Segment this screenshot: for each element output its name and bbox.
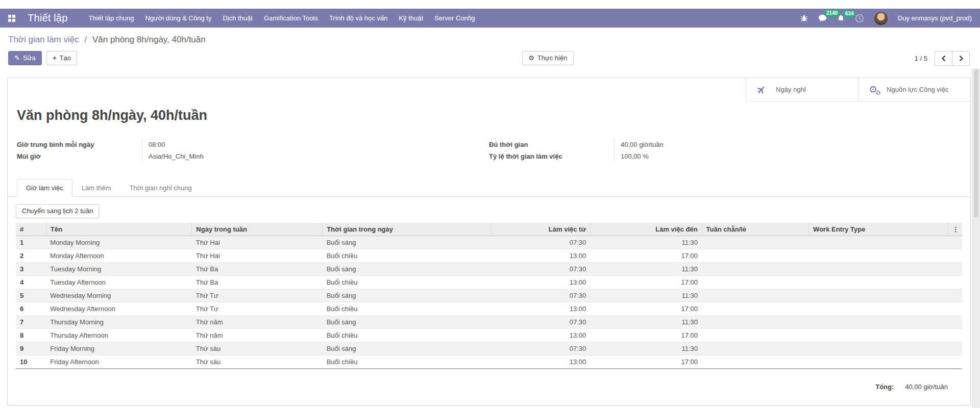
header-even-odd-week[interactable]: Tuần chẵn/lẻ	[702, 223, 809, 236]
create-button[interactable]: + Tạo	[46, 51, 77, 65]
leaves-stat-label: Ngày nghỉ	[776, 86, 806, 93]
table-row[interactable]: 7 Thursday Morning Thứ năm Buổi sáng 07:…	[16, 315, 962, 328]
breadcrumb-current: Văn phòng 8h/ngày, 40h/tuần	[92, 35, 206, 44]
field-groups: Giờ trung bình mỗi ngày 08:00 Múi giờ As…	[17, 139, 961, 162]
app-title[interactable]: Thiết lập	[28, 12, 68, 24]
user-menu[interactable]: Duy enmasys (pvd_prod)	[898, 14, 972, 22]
menu-gamification-tools[interactable]: Gamification Tools	[258, 9, 324, 28]
header-work-from[interactable]: Làm việc từ	[491, 223, 591, 236]
header-day-of-week[interactable]: Ngày trong tuần	[192, 223, 323, 236]
cell-even-odd-week	[702, 342, 809, 355]
cell-work-from: 07:30	[491, 315, 591, 328]
action-button[interactable]: ⚙ Thực hiện	[522, 51, 573, 65]
field-timezone: Múi giờ Asia/Ho_Chi_Minh	[17, 150, 489, 162]
apps-menu-icon[interactable]	[8, 15, 15, 22]
control-panel-center: ⚙ Thực hiện	[522, 51, 573, 65]
cell-even-odd-week	[702, 302, 809, 315]
table-row[interactable]: 8 Thursday Afternoon Thứ năm Buổi chiều …	[16, 328, 962, 342]
cell-index: 10	[16, 355, 46, 369]
field-label: Múi giờ	[17, 152, 142, 160]
cell-even-odd-week	[702, 275, 809, 289]
bug-icon[interactable]	[800, 14, 808, 22]
optional-columns-icon[interactable]: ⋮	[948, 223, 962, 236]
cell-options	[948, 275, 962, 289]
menu-ky-thuat[interactable]: Kỹ thuật	[393, 9, 429, 28]
cell-day-of-week: Thứ năm	[192, 315, 323, 328]
table-row[interactable]: 1 Monday Morning Thứ Hai Buổi sáng 07:30…	[16, 236, 962, 249]
menu-trinh-do-hoc-van[interactable]: Trình độ và học vấn	[324, 9, 393, 28]
pager-previous-button[interactable]	[935, 51, 952, 66]
field-group-left: Giờ trung bình mỗi ngày 08:00 Múi giờ As…	[17, 139, 489, 162]
work-resources-stat-button[interactable]: ⚙⚙ Nguồn lực Công việc	[858, 78, 970, 101]
field-label: Tỷ lệ thời gian làm việc	[489, 152, 614, 160]
menu-thiet-lap-chung[interactable]: Thiết lập chung	[83, 9, 140, 28]
table-row[interactable]: 5 Wednesday Morning Thứ Tư Buổi sáng 07:…	[16, 289, 962, 302]
cell-options	[948, 342, 962, 355]
tab-global-time-off[interactable]: Thời gian nghỉ chung	[120, 179, 201, 197]
cell-name: Wednesday Morning	[46, 289, 192, 302]
cell-work-from: 07:30	[491, 262, 591, 275]
cell-name: Monday Morning	[46, 236, 192, 249]
field-label: Đủ thời gian	[489, 141, 614, 148]
cell-day-period: Buổi chiều	[323, 328, 491, 342]
cell-day-of-week: Thứ Hai	[192, 236, 323, 249]
cell-day-of-week: Thứ sáu	[192, 355, 323, 369]
tab-working-hours[interactable]: Giờ làm việc	[17, 179, 72, 197]
cell-work-from: 07:30	[491, 342, 591, 355]
header-work-to[interactable]: Làm việc đến	[590, 223, 702, 236]
switch-two-week-calendar-button[interactable]: Chuyển sang lịch 2 tuần	[16, 204, 99, 218]
header-name[interactable]: Tên	[46, 223, 192, 236]
pencil-icon: ✎	[14, 54, 20, 62]
cell-work-from: 13:00	[491, 302, 591, 315]
cell-even-odd-week	[702, 328, 809, 342]
leaves-stat-button[interactable]: Ngày nghỉ	[746, 78, 858, 101]
cell-work-to: 17:00	[590, 355, 702, 369]
edit-button[interactable]: ✎ Sửa	[8, 51, 42, 65]
table-row[interactable]: 9 Friday Morning Thứ sáu Buổi sáng 07:30…	[16, 342, 962, 355]
cell-name: Friday Morning	[46, 342, 192, 355]
cell-work-from: 07:30	[491, 236, 591, 249]
cell-index: 7	[16, 315, 46, 328]
work-resources-stat-label: Nguồn lực Công việc	[887, 86, 948, 93]
cell-index: 2	[16, 249, 46, 262]
menu-dich-thuat[interactable]: Dịch thuật	[217, 9, 258, 28]
pager-next-button[interactable]	[952, 51, 970, 66]
table-row[interactable]: 2 Monday Afternoon Thứ Hai Buổi chiều 13…	[16, 249, 962, 262]
pager: 1 / 5	[915, 51, 970, 66]
notebook-tabs: Giờ làm việc Làm thêm Thời gian nghỉ chu…	[8, 179, 970, 197]
field-full-time: Đủ thời gian 40,00 giờ/tuần	[489, 139, 961, 150]
cell-work-entry-type	[809, 236, 948, 249]
total-value: 40,00 giờ/tuần	[905, 383, 948, 391]
activities-clock-icon[interactable]	[855, 14, 864, 23]
messages-icon[interactable]: 2140	[818, 14, 827, 22]
cell-options	[948, 249, 962, 262]
table-footer: Tổng: 40,00 giờ/tuần	[16, 369, 962, 391]
table-row[interactable]: 3 Tuesday Morning Thứ Ba Buổi sáng 07:30…	[16, 262, 962, 275]
cell-day-of-week: Thứ năm	[192, 328, 323, 342]
cell-even-odd-week	[702, 315, 809, 328]
cell-even-odd-week	[702, 262, 809, 275]
cell-day-of-week: Thứ Ba	[192, 262, 323, 275]
menu-nguoi-dung-cong-ty[interactable]: Người dùng & Công ty	[139, 9, 217, 28]
header-index[interactable]: #	[16, 223, 46, 236]
cell-work-from: 13:00	[491, 275, 591, 289]
breadcrumb-parent-link[interactable]: Thời gian làm việc	[8, 35, 79, 44]
field-value: Asia/Ho_Chi_Minh	[142, 150, 489, 162]
plus-icon: +	[53, 54, 57, 62]
table-row[interactable]: 6 Wednesday Afternoon Thứ Tư Buổi chiều …	[16, 302, 962, 315]
menu-server-config[interactable]: Server Config	[429, 9, 480, 28]
top-menu: Thiết lập chung Người dùng & Công ty Dịc…	[83, 9, 481, 28]
tab-overtime[interactable]: Làm thêm	[72, 179, 120, 197]
notifications-bell-icon[interactable]: 634	[837, 14, 845, 22]
cell-work-to: 17:00	[590, 328, 702, 342]
gears-icon: ⚙⚙	[869, 85, 877, 94]
table-row[interactable]: 4 Tuesday Afternoon Thứ Ba Buổi chiều 13…	[16, 275, 962, 289]
user-avatar[interactable]	[874, 12, 888, 25]
field-hours-per-day: Giờ trung bình mỗi ngày 08:00	[17, 139, 489, 150]
gear-icon: ⚙	[528, 54, 534, 62]
table-row[interactable]: 10 Friday Afternoon Thứ sáu Buổi chiều 1…	[16, 355, 962, 369]
header-day-period[interactable]: Thời gian trong ngày	[323, 223, 491, 236]
header-work-entry-type[interactable]: Work Entry Type	[809, 223, 948, 236]
scrollbar[interactable]	[972, 68, 980, 408]
scrollbar-thumb[interactable]	[974, 69, 978, 217]
